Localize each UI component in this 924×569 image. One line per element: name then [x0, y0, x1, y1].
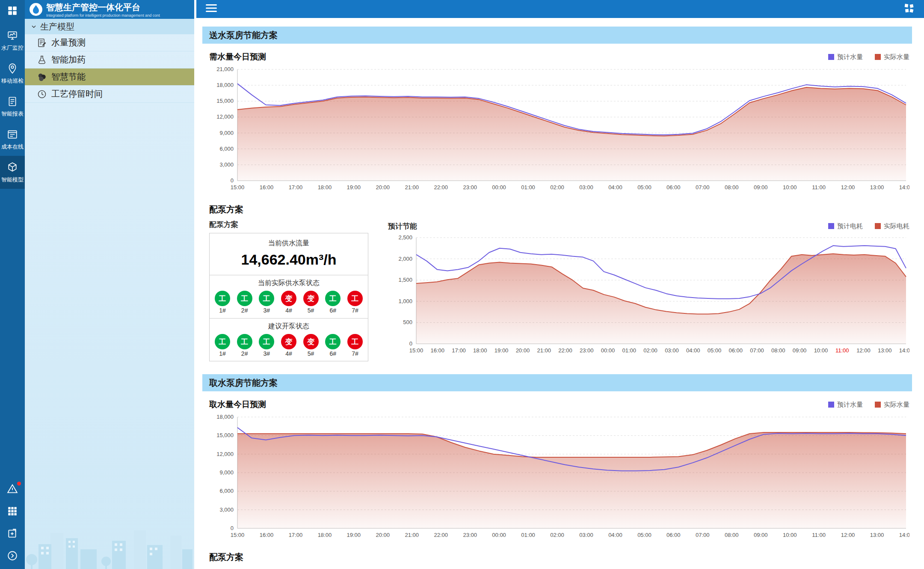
legend-swatch-red: [875, 54, 881, 60]
svg-text:22:00: 22:00: [558, 347, 572, 354]
legend-actual-water[interactable]: 实际水量: [875, 53, 909, 61]
svg-text:06:00: 06:00: [729, 347, 743, 354]
svg-text:03:00: 03:00: [665, 347, 679, 354]
svg-text:17:00: 17:00: [452, 347, 466, 354]
main-area: 送水泵房节能方案 需水量今日预测 预计水量 实际水量 03,0006,0009,…: [194, 0, 924, 569]
svg-text:15,000: 15,000: [216, 432, 234, 438]
svg-text:21:00: 21:00: [405, 184, 419, 191]
circle-arrow-icon[interactable]: [7, 550, 18, 561]
pump-id: 6#: [329, 307, 336, 314]
pump-plan-heading-2: 配泵方案: [209, 551, 912, 563]
svg-text:0: 0: [231, 177, 234, 184]
rail-item-label: 智能模型: [1, 176, 24, 184]
intake-forecast-chart: 03,0006,0009,00012,00015,00018,00015:001…: [209, 413, 909, 541]
pump-circle: 变: [303, 291, 319, 306]
legend-actual-water[interactable]: 实际水量: [875, 401, 909, 409]
alarm-badge-dot: [17, 482, 21, 486]
legend-swatch-purple: [828, 402, 834, 408]
svg-text:19:00: 19:00: [347, 532, 361, 538]
rail-item-smart-report[interactable]: 智能报表: [0, 90, 25, 123]
svg-text:21,000: 21,000: [216, 66, 234, 72]
layout-switch-icon[interactable]: [903, 3, 915, 15]
section-title: 取水泵房节能方案: [209, 377, 278, 389]
rail-item-plant-monitor[interactable]: 水厂监控: [0, 24, 25, 57]
demand-forecast-chart: 03,0006,0009,00012,00015,00018,00021,000…: [209, 65, 909, 194]
chart-title-demand-forecast: 需水量今日预测: [209, 51, 266, 63]
doc-pencil-icon: [37, 38, 47, 48]
rail-item-label: 移动巡检: [1, 77, 24, 85]
pump-id: 1#: [219, 307, 226, 314]
sidebar-item-smart-dosing[interactable]: 智能加药: [25, 51, 194, 69]
app-subtitle: Integrated platform for intelligent prod…: [46, 13, 160, 18]
clock-icon: [37, 89, 47, 99]
svg-text:19:00: 19:00: [495, 347, 509, 354]
pump-id: 3#: [264, 350, 270, 357]
sidebar-item-process-retention-time[interactable]: 工艺停留时间: [25, 86, 194, 103]
sidebar-item-label: 智慧节能: [51, 71, 86, 83]
svg-text:15:00: 15:00: [409, 347, 424, 354]
svg-text:12:00: 12:00: [841, 184, 855, 191]
pump-circle: 变: [281, 334, 296, 349]
sidebar-item-label: 水量预测: [51, 37, 86, 48]
pump-status: 工7#: [347, 291, 363, 314]
svg-text:09:00: 09:00: [754, 184, 768, 191]
suggested-pump-status-label: 建议开泵状态: [210, 322, 368, 331]
rail-item-smart-model[interactable]: 智能模型: [0, 156, 25, 189]
legend-actual-power[interactable]: 实际电耗: [875, 222, 909, 230]
pump-circle: 工: [259, 291, 274, 306]
app-logo-icon: [29, 3, 43, 16]
svg-text:11:00: 11:00: [812, 184, 826, 191]
svg-text:3,000: 3,000: [219, 506, 234, 513]
suggested-pump-row: 工1# 工2# 工3# 变4# 变5# 工6# 工7#: [210, 331, 368, 357]
svg-text:18:00: 18:00: [318, 184, 332, 191]
pump-circle: 工: [215, 334, 230, 349]
svg-text:1,500: 1,500: [398, 277, 412, 283]
pump-status: 工1#: [215, 334, 230, 357]
svg-text:16:00: 16:00: [260, 532, 274, 538]
pump-status-panel: 当前供水流量 14,662.40m³/h 当前实际供水泵状态 工1# 工2# 工…: [209, 233, 368, 361]
content-scroll[interactable]: 送水泵房节能方案 需水量今日预测 预计水量 实际水量 03,0006,0009,…: [196, 18, 924, 569]
pump-id: 7#: [352, 350, 358, 357]
svg-text:12,000: 12,000: [216, 451, 234, 457]
legend-predicted-power[interactable]: 预计电耗: [828, 222, 863, 230]
tree-root-label: 生产模型: [40, 21, 74, 33]
tree-node-production-models[interactable]: 生产模型: [25, 19, 194, 34]
pump-circle: 工: [325, 334, 341, 349]
rail-item-label: 成本在线: [1, 143, 24, 151]
pump-id: 2#: [241, 350, 248, 357]
svg-text:1,000: 1,000: [398, 298, 412, 304]
legend-swatch-purple: [828, 223, 834, 229]
svg-text:13:00: 13:00: [870, 184, 884, 191]
svg-text:07:00: 07:00: [696, 184, 710, 191]
svg-text:12:00: 12:00: [856, 347, 871, 354]
apps-grid-icon[interactable]: [7, 0, 18, 24]
sidebar-item-water-forecast[interactable]: 水量预测: [25, 34, 194, 51]
svg-text:500: 500: [403, 319, 412, 325]
svg-text:16:00: 16:00: [431, 347, 445, 354]
energy-chart-title: 预计节能: [388, 221, 417, 231]
nine-dot-grid-icon[interactable]: [7, 506, 18, 517]
rail-item-mobile-inspection[interactable]: 移动巡检: [0, 57, 25, 90]
app-title: 智慧生产管控一体化平台: [46, 2, 160, 13]
menu-toggle-icon[interactable]: [206, 3, 218, 15]
svg-text:6,000: 6,000: [219, 146, 234, 152]
sidebar-item-smart-energy[interactable]: 智慧节能: [25, 69, 194, 86]
pump-id: 4#: [285, 307, 292, 314]
legend-predicted-water[interactable]: 预计水量: [828, 53, 863, 61]
current-flow-value: 14,662.40m³/h: [210, 251, 368, 268]
rail-item-label: 智能报表: [1, 110, 24, 118]
pump-status: 工6#: [325, 291, 341, 314]
pump-status: 变5#: [303, 334, 319, 357]
legend-predicted-water[interactable]: 预计水量: [828, 401, 863, 409]
alarm-warning-icon[interactable]: [6, 483, 18, 495]
location-pin-icon: [7, 63, 18, 74]
rail-item-cost-online[interactable]: 成本在线: [0, 123, 25, 156]
svg-text:03:00: 03:00: [579, 184, 593, 191]
svg-text:19:00: 19:00: [347, 184, 361, 191]
pump-id: 3#: [264, 307, 270, 314]
svg-text:02:00: 02:00: [550, 184, 564, 191]
svg-text:17:00: 17:00: [289, 532, 303, 538]
pump-circle: 变: [303, 334, 319, 349]
add-window-icon[interactable]: [7, 528, 18, 539]
app-root: 水厂监控 移动巡检 智能报表 成本在线 智能模型: [0, 0, 924, 569]
